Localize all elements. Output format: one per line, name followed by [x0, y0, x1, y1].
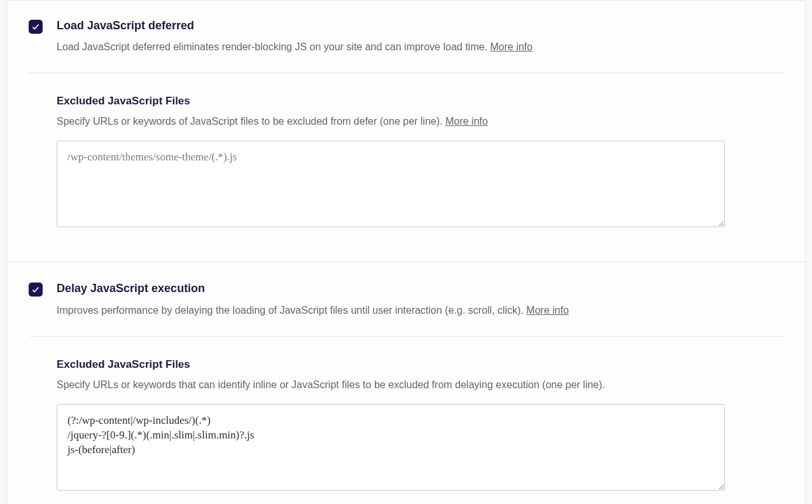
defer-description: Load JavaScript deferred eliminates rend…	[57, 39, 786, 55]
delay-checkbox[interactable]	[29, 283, 43, 297]
defer-desc-text: Load JavaScript deferred eliminates rend…	[57, 41, 490, 52]
defer-excluded-desc: Specify URLs or keywords of JavaScript f…	[57, 114, 725, 129]
defer-excluded-textarea[interactable]	[57, 141, 725, 227]
delay-desc-text: Improves performance by delaying the loa…	[57, 305, 526, 316]
delay-excluded-block: Excluded JavaScript Files Specify URLs o…	[29, 337, 725, 493]
option-header: Load JavaScript deferred Load JavaScript…	[29, 18, 786, 55]
delay-title: Delay JavaScript execution	[57, 281, 786, 296]
option-header: Delay JavaScript execution Improves perf…	[29, 281, 786, 318]
defer-title: Load JavaScript deferred	[57, 18, 786, 33]
defer-excluded-title: Excluded JavaScript Files	[57, 95, 725, 108]
defer-checkbox[interactable]	[29, 20, 43, 34]
settings-panel: Load JavaScript deferred Load JavaScript…	[6, 0, 806, 504]
delay-description: Improves performance by delaying the loa…	[57, 303, 786, 318]
check-icon	[31, 285, 40, 294]
section-delay: Delay JavaScript execution Improves perf…	[7, 262, 805, 493]
delay-more-info-link[interactable]: More info	[526, 305, 569, 316]
option-text: Delay JavaScript execution Improves perf…	[57, 281, 786, 318]
defer-excluded-desc-text: Specify URLs or keywords of JavaScript f…	[57, 116, 445, 127]
defer-excluded-more-info-link[interactable]: More info	[445, 116, 488, 127]
defer-more-info-link[interactable]: More info	[490, 41, 533, 52]
defer-excluded-block: Excluded JavaScript Files Specify URLs o…	[29, 73, 725, 230]
option-text: Load JavaScript deferred Load JavaScript…	[57, 18, 786, 55]
delay-excluded-title: Excluded JavaScript Files	[57, 358, 725, 371]
check-icon	[31, 22, 40, 31]
delay-excluded-desc: Specify URLs or keywords that can identi…	[57, 377, 725, 393]
delay-excluded-textarea[interactable]	[57, 404, 725, 491]
section-defer: Load JavaScript deferred Load JavaScript…	[7, 1, 805, 230]
